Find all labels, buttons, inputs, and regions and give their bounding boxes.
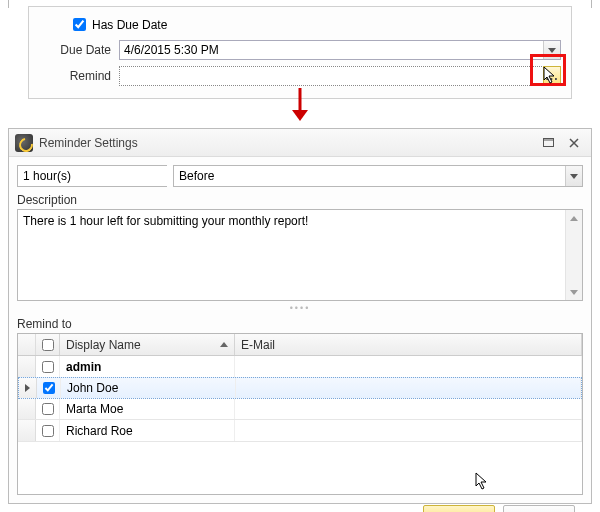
table-row[interactable]: Marta Moe — [18, 398, 582, 420]
row-indicator — [18, 356, 36, 377]
reminder-amount-stepper[interactable] — [17, 165, 167, 187]
remind-to-label: Remind to — [17, 317, 583, 331]
row-email-cell — [235, 356, 582, 377]
row-checkbox[interactable] — [42, 361, 54, 373]
description-label: Description — [17, 193, 583, 207]
description-textarea[interactable] — [18, 210, 565, 300]
dialog-title: Reminder Settings — [39, 136, 533, 150]
due-date-dropdown-icon[interactable] — [543, 41, 560, 59]
maximize-icon[interactable] — [537, 134, 559, 152]
scroll-down-icon[interactable] — [566, 284, 582, 300]
flow-arrow-icon — [290, 88, 310, 122]
column-checkbox[interactable] — [36, 334, 60, 355]
row-email-cell — [236, 378, 581, 398]
remind-label: Remind — [39, 69, 119, 83]
remind-field[interactable] — [119, 66, 544, 86]
row-checkbox[interactable] — [43, 382, 55, 394]
due-date-input[interactable] — [120, 41, 543, 59]
due-date-field[interactable] — [119, 40, 561, 60]
sort-asc-icon — [220, 342, 228, 347]
column-display-name[interactable]: Display Name — [60, 334, 235, 355]
cancel-button[interactable]: Cancel — [503, 505, 575, 512]
table-row[interactable]: John Doe — [18, 377, 582, 399]
row-name-cell: John Doe — [61, 378, 236, 398]
row-indicator — [19, 378, 37, 398]
remind-to-grid: Display Name E-Mail adminJohn DoeMarta M… — [17, 333, 583, 495]
table-row[interactable]: admin — [18, 356, 582, 378]
scroll-up-icon[interactable] — [566, 210, 582, 226]
row-email-cell — [235, 398, 582, 419]
reminder-amount-input[interactable] — [18, 166, 178, 186]
row-checkbox-cell — [36, 356, 60, 377]
row-checkbox-cell — [36, 398, 60, 419]
grid-header: Display Name E-Mail — [18, 334, 582, 356]
grid-header-indicator — [18, 334, 36, 355]
row-name-cell: admin — [60, 356, 235, 377]
column-email[interactable]: E-Mail — [235, 334, 582, 355]
relation-dropdown-icon[interactable] — [565, 166, 582, 186]
row-email-cell — [235, 420, 582, 441]
reminder-settings-dialog: Reminder Settings Before Description — [8, 128, 592, 504]
reminder-relation-value: Before — [174, 166, 565, 186]
dialog-titlebar: Reminder Settings — [9, 129, 591, 157]
close-icon[interactable] — [563, 134, 585, 152]
row-checkbox-cell — [36, 420, 60, 441]
row-indicator — [18, 398, 36, 419]
row-name-cell: Marta Moe — [60, 398, 235, 419]
row-name-cell: Richard Roe — [60, 420, 235, 441]
has-due-date-label: Has Due Date — [92, 18, 167, 32]
reminder-relation-select[interactable]: Before — [173, 165, 583, 187]
row-indicator — [18, 420, 36, 441]
has-due-date-checkbox[interactable] — [73, 18, 86, 31]
due-date-panel: Has Due Date Due Date Remind ... — [28, 6, 572, 99]
row-checkbox[interactable] — [42, 403, 54, 415]
select-all-checkbox[interactable] — [42, 339, 54, 351]
row-checkbox[interactable] — [42, 425, 54, 437]
due-date-label: Due Date — [39, 43, 119, 57]
app-icon — [15, 134, 33, 152]
remind-ellipsis-button[interactable]: ... — [543, 66, 561, 86]
row-checkbox-cell — [37, 378, 61, 398]
table-row[interactable]: Richard Roe — [18, 420, 582, 442]
description-box — [17, 209, 583, 301]
ok-button[interactable]: Ok — [423, 505, 495, 512]
description-scrollbar[interactable] — [565, 210, 582, 300]
splitter-handle[interactable]: •••• — [17, 303, 583, 313]
